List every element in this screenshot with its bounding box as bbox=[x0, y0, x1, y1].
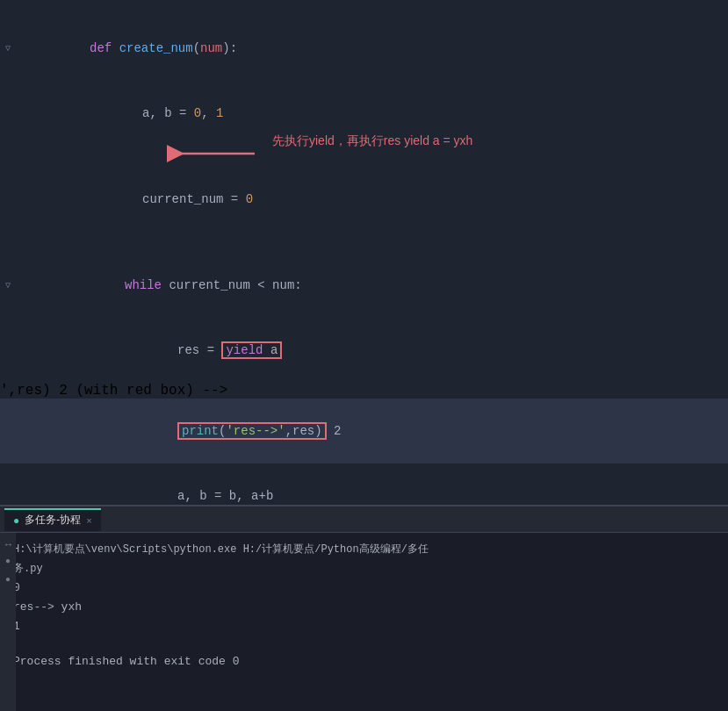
code-text-6: while current_num < num: bbox=[16, 254, 728, 317]
code-line-4: current_num = 0 bbox=[0, 167, 728, 232]
terminal-sidebar-icon-2[interactable]: ● bbox=[5, 557, 11, 566]
terminal-tab-label: 多任务-协程 bbox=[25, 513, 81, 528]
code-text-9: a, b = b, a+b bbox=[16, 464, 728, 505]
fold-icon-2[interactable]: ▽ bbox=[5, 280, 11, 291]
terminal-sidebar-icon-1[interactable]: ↕ bbox=[2, 542, 14, 548]
annotation-text: 先执行yield，再执行res yield a = yxh bbox=[272, 133, 472, 149]
terminal-tab-close[interactable]: × bbox=[86, 515, 91, 526]
code-text-7: res = yield a bbox=[16, 319, 728, 382]
code-line-1: ▽ def create_num(num): bbox=[0, 16, 728, 81]
terminal-output-0: 0 bbox=[13, 578, 715, 598]
terminal-sidebar-icon-3[interactable]: ● bbox=[5, 575, 11, 585]
terminal-tab-bar: ● 多任务-协程 × bbox=[0, 506, 728, 533]
terminal-path-1: H:\计算机要点\venv\Scripts\python.exe H:/计算机要… bbox=[13, 540, 715, 559]
terminal-tab-icon: ● bbox=[13, 514, 19, 527]
code-line-9: a, b = b, a+b bbox=[0, 463, 728, 505]
terminal-area: ● 多任务-协程 × H:\计算机要点\venv\Scripts\python.… bbox=[0, 505, 728, 711]
terminal-tab-active[interactable]: ● 多任务-协程 × bbox=[4, 508, 101, 531]
terminal-output-res: res--> yxh bbox=[13, 598, 715, 617]
code-line-5 bbox=[0, 232, 728, 253]
code-line-6: ▽ while current_num < num: bbox=[0, 253, 728, 318]
code-line-7: res = yield a bbox=[0, 318, 728, 383]
code-line-8: print('res-->',res) 2 bbox=[0, 399, 728, 463]
terminal-content: H:\计算机要点\venv\Scripts\python.exe H:/计算机要… bbox=[0, 533, 728, 679]
terminal-output-1: 1 bbox=[13, 617, 715, 636]
terminal-process-line: Process finished with exit code 0 bbox=[13, 652, 715, 672]
fold-icon-1[interactable]: ▽ bbox=[5, 43, 11, 54]
code-text-8: print('res-->',res) 2 bbox=[16, 399, 728, 463]
terminal-path-2: 务.py bbox=[13, 559, 715, 578]
code-text-4: current_num = 0 bbox=[16, 168, 728, 231]
editor-area: ▽ def create_num(num): a, b = 0, 1 curr bbox=[0, 0, 728, 505]
code-text-1: def create_num(num): bbox=[16, 17, 728, 80]
